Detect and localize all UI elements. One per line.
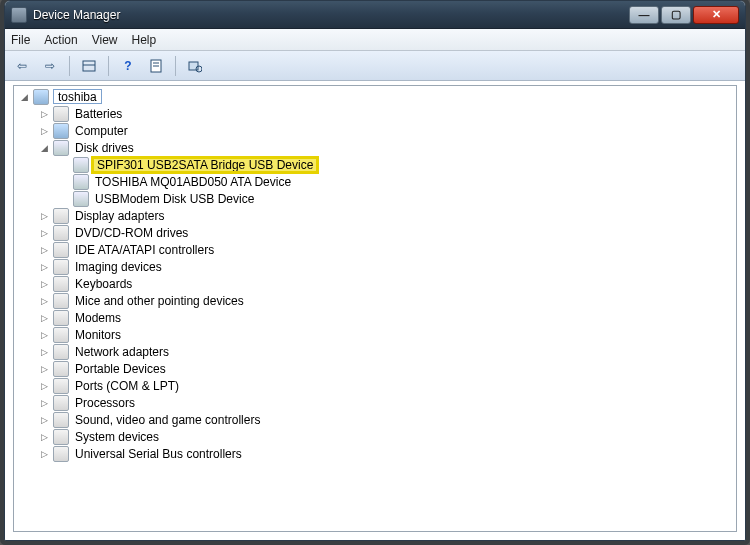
minimize-icon: — [639,9,650,21]
category-processors[interactable]: ▷ Processors [38,394,736,411]
cpu-icon [53,395,69,411]
computer-icon [33,89,49,105]
device-label: TOSHIBA MQ01ABD050 ATA Device [93,175,293,189]
disc-icon [53,225,69,241]
device-label: USBModem Disk USB Device [93,192,256,206]
device-spif301[interactable]: SPIF301 USB2SATA Bridge USB Device [58,156,736,173]
category-disk-drives[interactable]: ◢ Disk drives [38,139,736,156]
port-icon [53,378,69,394]
camera-icon [53,259,69,275]
category-label: Display adapters [73,209,166,223]
expand-toggle[interactable]: ▷ [38,328,51,341]
expand-toggle[interactable]: ▷ [38,277,51,290]
category-label: DVD/CD-ROM drives [73,226,190,240]
category-label: Disk drives [73,141,136,155]
expand-toggle[interactable]: ▷ [38,311,51,324]
tree-root[interactable]: ◢ toshiba [18,88,736,105]
category-network[interactable]: ▷ Network adapters [38,343,736,360]
modem-icon [53,310,69,326]
expand-toggle[interactable]: ▷ [38,243,51,256]
device-label-highlighted: SPIF301 USB2SATA Bridge USB Device [93,158,317,172]
category-label: Universal Serial Bus controllers [73,447,244,461]
drive-icon [73,174,89,190]
expand-toggle[interactable]: ▷ [38,430,51,443]
category-keyboards[interactable]: ▷ Keyboards [38,275,736,292]
category-ide[interactable]: ▷ IDE ATA/ATAPI controllers [38,241,736,258]
expand-toggle[interactable]: ▷ [38,294,51,307]
device-tree-pane[interactable]: ◢ toshiba ▷ Batteries ▷ Comp [13,85,737,532]
category-label: Network adapters [73,345,171,359]
close-button[interactable]: ✕ [693,6,739,24]
maximize-button[interactable]: ▢ [661,6,691,24]
device-manager-window: Device Manager — ▢ ✕ File Action View He… [4,0,746,541]
expand-toggle[interactable]: ▷ [38,209,51,222]
menu-view[interactable]: View [92,33,118,47]
menu-help[interactable]: Help [132,33,157,47]
forward-icon: ⇨ [45,59,55,73]
category-system[interactable]: ▷ System devices [38,428,736,445]
category-portable[interactable]: ▷ Portable Devices [38,360,736,377]
close-icon: ✕ [712,8,721,21]
menu-file[interactable]: File [11,33,30,47]
menu-action[interactable]: Action [44,33,77,47]
category-label: Computer [73,124,130,138]
category-label: Sound, video and game controllers [73,413,262,427]
minimize-button[interactable]: — [629,6,659,24]
expand-toggle[interactable]: ▷ [38,260,51,273]
category-label: Monitors [73,328,123,342]
help-button[interactable]: ? [117,55,139,77]
scan-icon [188,59,202,73]
root-label: toshiba [53,89,102,104]
expand-toggle[interactable]: ▷ [38,396,51,409]
expand-toggle[interactable]: ▷ [38,447,51,460]
category-usb[interactable]: ▷ Universal Serial Bus controllers [38,445,736,462]
category-dvd[interactable]: ▷ DVD/CD-ROM drives [38,224,736,241]
category-computer[interactable]: ▷ Computer [38,122,736,139]
category-label: Ports (COM & LPT) [73,379,181,393]
expand-toggle[interactable]: ▷ [38,345,51,358]
category-display-adapters[interactable]: ▷ Display adapters [38,207,736,224]
device-usbmodem-disk[interactable]: USBModem Disk USB Device [58,190,736,207]
scan-hardware-button[interactable] [184,55,206,77]
display-icon [53,208,69,224]
monitor-icon [53,327,69,343]
category-sound[interactable]: ▷ Sound, video and game controllers [38,411,736,428]
expand-toggle[interactable]: ▷ [38,107,51,120]
category-batteries[interactable]: ▷ Batteries [38,105,736,122]
category-imaging[interactable]: ▷ Imaging devices [38,258,736,275]
category-label: System devices [73,430,161,444]
category-monitors[interactable]: ▷ Monitors [38,326,736,343]
show-hidden-button[interactable] [78,55,100,77]
category-ports[interactable]: ▷ Ports (COM & LPT) [38,377,736,394]
category-label: Imaging devices [73,260,164,274]
toolbar-separator [108,56,109,76]
properties-button[interactable] [145,55,167,77]
category-label: Batteries [73,107,124,121]
category-modems[interactable]: ▷ Modems [38,309,736,326]
expand-toggle[interactable]: ▷ [38,413,51,426]
category-label: Modems [73,311,123,325]
category-mice[interactable]: ▷ Mice and other pointing devices [38,292,736,309]
category-label: Keyboards [73,277,134,291]
back-button[interactable]: ⇦ [11,55,33,77]
expand-toggle[interactable]: ▷ [38,362,51,375]
forward-button[interactable]: ⇨ [39,55,61,77]
drive-icon [73,191,89,207]
device-toshiba-ata[interactable]: TOSHIBA MQ01ABD050 ATA Device [58,173,736,190]
keyboard-icon [53,276,69,292]
collapse-toggle[interactable]: ◢ [18,90,31,103]
toolbar: ⇦ ⇨ ? [5,51,745,81]
maximize-icon: ▢ [671,8,681,21]
category-label: Mice and other pointing devices [73,294,246,308]
collapse-toggle[interactable]: ◢ [38,141,51,154]
toolbar-separator [175,56,176,76]
expand-toggle[interactable]: ▷ [38,379,51,392]
menubar: File Action View Help [5,29,745,51]
portable-icon [53,361,69,377]
sheet-icon [149,59,163,73]
titlebar[interactable]: Device Manager — ▢ ✕ [5,1,745,29]
usb-icon [53,446,69,462]
expand-toggle[interactable]: ▷ [38,124,51,137]
svg-rect-0 [83,61,95,71]
expand-toggle[interactable]: ▷ [38,226,51,239]
